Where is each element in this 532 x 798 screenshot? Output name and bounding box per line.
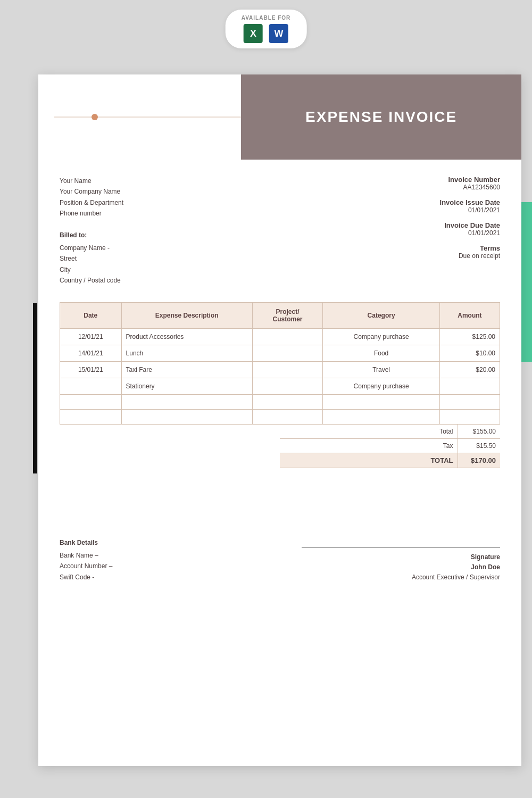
invoice-issue-section: Invoice Issue Date 01/01/2021 <box>315 198 500 214</box>
col-category: Category <box>323 302 440 328</box>
signature-name: John Doe <box>302 562 500 572</box>
sender-company: Your Company Name <box>60 186 280 197</box>
billed-city: City <box>60 264 280 275</box>
table-row: Stationery Company purchase <box>60 378 500 394</box>
cell-empty <box>252 409 322 424</box>
subtotal-label: Total <box>280 425 458 439</box>
table-row-empty <box>60 394 500 409</box>
table-row: 15/01/21 Taxi Fare Travel $20.00 <box>60 361 500 378</box>
table-row: 12/01/21 Product Accessories Company pur… <box>60 328 500 345</box>
subtotal-value: $155.00 <box>458 425 500 439</box>
tax-value: $15.50 <box>458 438 500 453</box>
cell-amount <box>439 378 500 394</box>
invoice-number-value: AA12345600 <box>315 184 500 191</box>
billed-company: Company Name - <box>60 243 280 253</box>
billed-to-section: Billed to: Company Name - Street City Co… <box>60 230 280 286</box>
tax-row: Tax $15.50 <box>280 438 500 453</box>
cell-empty <box>60 394 122 409</box>
expense-table: Date Expense Description Project/Custome… <box>60 302 500 425</box>
cell-empty <box>323 409 440 424</box>
invoice-due-section: Invoice Due Date 01/01/2021 <box>315 221 500 237</box>
available-for-badge: AVAILABLE FOR X W <box>226 10 307 48</box>
cell-empty <box>121 409 252 424</box>
bank-account: Account Number – <box>60 561 280 571</box>
header-left <box>38 74 241 160</box>
cell-description: Lunch <box>121 345 252 361</box>
cell-date: 12/01/21 <box>60 328 122 345</box>
cell-category: Company purchase <box>323 328 440 345</box>
invoice-body: Your Name Your Company Name Position & D… <box>38 160 521 484</box>
cell-description: Product Accessories <box>121 328 252 345</box>
header-dot <box>92 114 98 120</box>
invoice-paper: EXPENSE INVOICE Your Name Your Company N… <box>38 74 521 766</box>
cell-amount: $20.00 <box>439 361 500 378</box>
invoice-number-label: Invoice Number <box>315 176 500 184</box>
cell-empty <box>60 409 122 424</box>
sender-phone: Phone number <box>60 208 280 219</box>
cell-empty <box>323 394 440 409</box>
signature-section: Signature John Doe Account Executive / S… <box>302 547 500 583</box>
bank-details: Bank Details Bank Name – Account Number … <box>60 537 280 583</box>
col-date: Date <box>60 302 122 328</box>
invoice-due-label: Invoice Due Date <box>315 221 500 229</box>
table-header-row: Date Expense Description Project/Custome… <box>60 302 500 328</box>
cell-project <box>252 361 322 378</box>
invoice-terms-value: Due on receipt <box>315 252 500 260</box>
total-label: TOTAL <box>280 453 458 468</box>
cell-project <box>252 345 322 361</box>
invoice-due-value: 01/01/2021 <box>315 229 500 237</box>
invoice-issue-value: 01/01/2021 <box>315 206 500 214</box>
sender-name: Your Name <box>60 176 280 186</box>
sender-position: Position & Department <box>60 197 280 208</box>
bank-name: Bank Name – <box>60 550 280 561</box>
bank-label: Bank Details <box>60 537 280 548</box>
cell-date <box>60 378 122 394</box>
cell-project <box>252 328 322 345</box>
billed-country: Country / Postal code <box>60 275 280 286</box>
cell-description: Taxi Fare <box>121 361 252 378</box>
cell-amount: $10.00 <box>439 345 500 361</box>
signature-title: Account Executive / Supervisor <box>302 572 500 583</box>
totals-table: Total $155.00 Tax $15.50 TOTAL $170.00 <box>280 425 500 468</box>
signature-line <box>302 547 500 548</box>
info-left: Your Name Your Company Name Position & D… <box>60 176 280 286</box>
sender-info: Your Name Your Company Name Position & D… <box>60 176 280 219</box>
cell-empty <box>439 394 500 409</box>
table-row-empty <box>60 409 500 424</box>
invoice-terms-label: Terms <box>315 244 500 252</box>
billed-street: Street <box>60 253 280 264</box>
cell-empty <box>439 409 500 424</box>
cell-date: 14/01/21 <box>60 345 122 361</box>
invoice-number-section: Invoice Number AA12345600 <box>315 176 500 191</box>
cell-amount: $125.00 <box>439 328 500 345</box>
info-right: Invoice Number AA12345600 Invoice Issue … <box>315 176 500 286</box>
col-description: Expense Description <box>121 302 252 328</box>
invoice-header: EXPENSE INVOICE <box>38 74 521 160</box>
cell-category: Travel <box>323 361 440 378</box>
tax-label: Tax <box>280 438 458 453</box>
cell-date: 15/01/21 <box>60 361 122 378</box>
word-icon: W <box>269 24 288 43</box>
totals-section: Total $155.00 Tax $15.50 TOTAL $170.00 <box>60 425 500 468</box>
total-value: $170.00 <box>458 453 500 468</box>
black-bar-decoration <box>33 303 37 473</box>
total-row: TOTAL $170.00 <box>280 453 500 468</box>
invoice-terms-section: Terms Due on receipt <box>315 244 500 260</box>
excel-icon: X <box>244 24 263 43</box>
cell-empty <box>252 394 322 409</box>
invoice-footer: Bank Details Bank Name – Account Number … <box>38 516 521 599</box>
invoice-title: EXPENSE INVOICE <box>305 109 457 126</box>
cell-category: Food <box>323 345 440 361</box>
subtotal-row: Total $155.00 <box>280 425 500 439</box>
cell-description: Stationery <box>121 378 252 394</box>
cell-empty <box>121 394 252 409</box>
cell-category: Company purchase <box>323 378 440 394</box>
billed-to-label: Billed to: <box>60 230 280 240</box>
invoice-issue-label: Invoice Issue Date <box>315 198 500 206</box>
table-row: 14/01/21 Lunch Food $10.00 <box>60 345 500 361</box>
info-section: Your Name Your Company Name Position & D… <box>60 176 500 286</box>
bank-swift: Swift Code - <box>60 572 280 583</box>
col-amount: Amount <box>439 302 500 328</box>
header-line <box>54 117 241 118</box>
cell-project <box>252 378 322 394</box>
